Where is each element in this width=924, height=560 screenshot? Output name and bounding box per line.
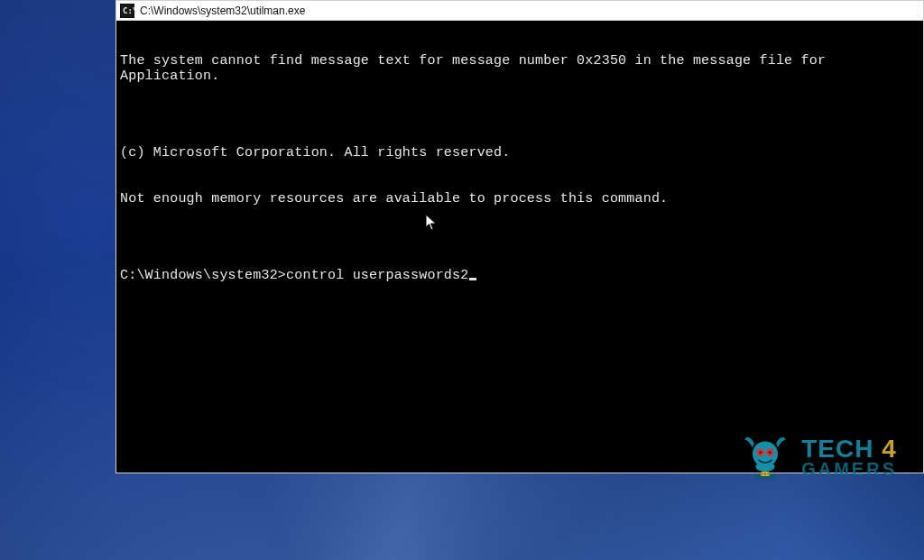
terminal-line: The system cannot find message text for … <box>120 53 919 84</box>
svg-text:C:\: C:\ <box>123 6 134 15</box>
terminal-line: (c) Microsoft Corporation. All rights re… <box>120 145 919 161</box>
terminal-line: Not enough memory resources are availabl… <box>120 191 919 207</box>
prompt: C:\Windows\system32> <box>120 268 286 283</box>
terminal-area[interactable]: The system cannot find message text for … <box>116 21 923 473</box>
titlebar[interactable]: C:\ C:\Windows\system32\utilman.exe <box>116 1 923 21</box>
command-text: control userpasswords2 <box>286 268 468 283</box>
prompt-line[interactable]: C:\Windows\system32> control userpasswor… <box>120 268 919 283</box>
window-title: C:\Windows\system32\utilman.exe <box>140 5 305 17</box>
cmd-icon: C:\ <box>120 4 134 18</box>
cmd-window[interactable]: C:\ C:\Windows\system32\utilman.exe The … <box>116 0 924 473</box>
text-cursor <box>469 278 476 280</box>
